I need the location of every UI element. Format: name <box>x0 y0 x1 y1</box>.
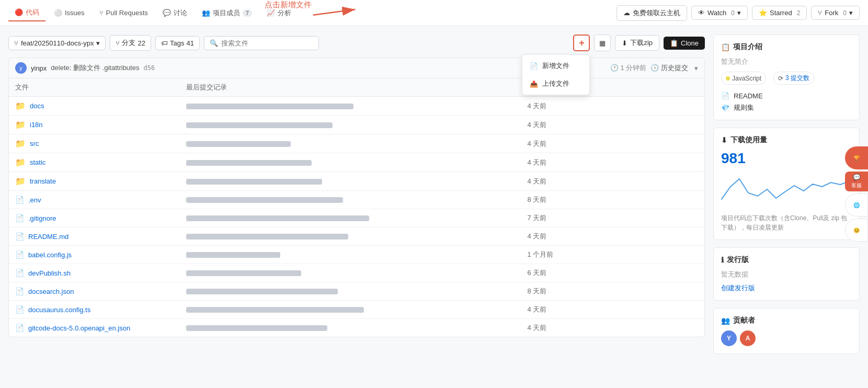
tab-discuss[interactable]: 💬 讨论 <box>156 5 193 21</box>
file-name-gitcode[interactable]: 📄 gitcode-docs-5.0.openapi_en.json <box>15 324 186 332</box>
file-icon: 📄 <box>15 232 24 241</box>
tab-analysis[interactable]: 📈 分析 <box>260 5 298 21</box>
update-time: 4 天前 <box>528 305 699 314</box>
fork-dropdown-icon: ▾ <box>849 9 853 17</box>
update-time: 4 天前 <box>528 177 699 186</box>
language-dot <box>726 76 730 81</box>
file-search-box[interactable]: 🔍 <box>204 36 319 50</box>
add-file-dropdown-container: + 📄 新增文件 📤 上传文件 <box>573 35 590 51</box>
download-chart <box>721 171 852 209</box>
eye-icon: 👁 <box>698 9 705 17</box>
readme-link[interactable]: 📄 README <box>721 92 852 100</box>
tags-count-btn[interactable]: 🏷 Tags 41 <box>155 36 200 50</box>
add-file-btn[interactable]: + <box>573 35 590 51</box>
download-btn[interactable]: ⬇ 下载zip <box>615 35 659 51</box>
upload-file-item[interactable]: 📤 上传文件 <box>522 75 589 93</box>
file-name-docusaurus[interactable]: 📄 docusaurus.config.ts <box>15 305 186 314</box>
commit-time: 🕐 1 分钟前 <box>610 63 646 73</box>
update-time: 4 天前 <box>528 139 699 149</box>
book-icon: 📋 <box>721 43 730 51</box>
history-icon: 🕓 <box>650 64 659 72</box>
file-name-docsearch[interactable]: 📄 docsearch.json <box>15 287 186 295</box>
file-name-gitignore[interactable]: 📄 .gitignore <box>15 214 186 222</box>
file-search-input[interactable] <box>221 39 313 47</box>
emoji-btn[interactable]: 😊 <box>845 219 868 242</box>
download-section-icon: ⬇ <box>721 136 727 144</box>
folder-icon: 📁 <box>15 157 26 167</box>
contributor-avatar-2[interactable]: A <box>740 330 756 346</box>
branch-dropdown-icon: ▾ <box>96 39 100 47</box>
file-icon: 📄 <box>15 196 24 204</box>
commit-bar: y yinpx delete: 删除文件 .gitattributes d56 … <box>8 58 705 78</box>
tab-code[interactable]: 🔴 代码 <box>8 5 45 21</box>
cloud-btn[interactable]: ☁ 免费领取云主机 <box>616 5 687 21</box>
file-name-i18n[interactable]: 📁 i18n <box>15 120 186 130</box>
tab-pullrequests[interactable]: ⑂ Pull Requests <box>93 6 154 20</box>
new-file-item[interactable]: 📄 新增文件 <box>522 57 589 75</box>
releases-icon: ℹ <box>721 256 724 264</box>
tab-issues[interactable]: ⚪ Issues <box>48 6 91 20</box>
commit-record <box>186 324 528 332</box>
clone-icon: 📋 <box>670 39 678 47</box>
main-container: ⑂ feat/20250110-docs-ypx ▾ ⑂ 分支 22 🏷 Tag… <box>0 26 868 370</box>
contributors-section: 👥 贡献者 Y A <box>713 308 860 354</box>
update-time: 4 天前 <box>528 158 699 167</box>
history-link[interactable]: 🕓 历史提交 <box>650 63 688 73</box>
branch-count-btn[interactable]: ⑂ 分支 22 <box>110 35 151 51</box>
watch-dropdown-icon: ▾ <box>737 9 741 17</box>
table-row: 📄 devPublish.sh 6 天前 <box>9 264 704 282</box>
file-table: 文件 最后提交记录 最后更新时间 📁 docs 4 天前 📁 i18n 4 <box>8 78 705 337</box>
folder-icon: 📁 <box>15 101 26 111</box>
commit-dropdown-arrow[interactable]: ▾ <box>694 64 698 72</box>
downloads-section: ⬇ 下载使用量 981 项目代码总下载次数（含Clone、Pull及 zip 包… <box>713 128 860 240</box>
table-row: 📁 src 4 天前 <box>9 134 704 153</box>
file-name-translate[interactable]: 📁 translate <box>15 176 186 186</box>
starred-btn[interactable]: ⭐ Starred 2 <box>752 6 807 20</box>
file-name-devpublish[interactable]: 📄 devPublish.sh <box>15 269 186 277</box>
commit-record <box>186 306 528 313</box>
file-name-readme[interactable]: 📄 README.md <box>15 232 186 241</box>
commit-record <box>186 196 528 203</box>
create-release-link[interactable]: 创建发行版 <box>721 284 755 292</box>
file-name-static[interactable]: 📁 static <box>15 157 186 167</box>
commit-record <box>186 102 528 110</box>
star-icon: ⭐ <box>759 9 767 17</box>
tag-icon: 🏷 <box>161 39 168 47</box>
top-navigation: 🔴 代码 ⚪ Issues ⑂ Pull Requests 💬 讨论 👥 项目成… <box>0 0 868 26</box>
update-time: 4 天前 <box>528 101 699 111</box>
download-count: 981 <box>721 150 852 167</box>
fork-btn[interactable]: ⑂ Fork 0 ▾ <box>811 6 860 20</box>
branch-selector[interactable]: ⑂ feat/20250110-docs-ypx ▾ <box>8 36 106 50</box>
table-row: 📄 README.md 4 天前 <box>9 227 704 246</box>
clone-btn[interactable]: 📋 Clone <box>664 37 705 50</box>
commit-record <box>186 288 528 295</box>
watch-btn[interactable]: 👁 Watch 0 ▾ <box>691 6 748 20</box>
rules-icon: 💎 <box>721 104 729 112</box>
trophy-icon: 🏆 <box>853 155 860 161</box>
fork-icon: ⑂ <box>818 9 822 17</box>
trophy-btn[interactable]: 🏆 <box>845 146 868 169</box>
commit-record <box>186 269 528 277</box>
file-name-env[interactable]: 📄 .env <box>15 196 186 204</box>
rules-link[interactable]: 💎 规则集 <box>721 103 852 112</box>
table-row: 📄 .gitignore 7 天前 <box>9 209 704 227</box>
view-toggle-btn[interactable]: ▦ <box>594 35 611 51</box>
folder-icon: 📁 <box>15 120 26 130</box>
file-name-src[interactable]: 📁 src <box>15 139 186 149</box>
globe-btn[interactable]: 🌐 <box>845 193 868 216</box>
update-time: 1 个月前 <box>528 250 699 259</box>
chat-btn[interactable]: 💬 客服 <box>845 172 868 191</box>
update-time: 8 天前 <box>528 195 699 204</box>
left-panel: ⑂ feat/20250110-docs-ypx ▾ ⑂ 分支 22 🏷 Tag… <box>8 35 705 361</box>
table-row: 📄 babel.config.js 1 个月前 <box>9 246 704 264</box>
contributors-title: 👥 贡献者 <box>721 316 852 325</box>
tab-members[interactable]: 👥 项目成员 7 <box>196 5 258 21</box>
file-name-babel[interactable]: 📄 babel.config.js <box>15 250 186 259</box>
file-name-docs[interactable]: 📁 docs <box>15 101 186 111</box>
toolbar: ⑂ feat/20250110-docs-ypx ▾ ⑂ 分支 22 🏷 Tag… <box>8 35 705 51</box>
contributor-avatar-1[interactable]: Y <box>721 330 737 346</box>
file-icon: 📄 <box>15 287 24 295</box>
file-icon: 📄 <box>15 250 24 259</box>
commit-hash: d56 <box>143 64 155 72</box>
commits-tag: ⟳ 3 提交数 <box>773 72 814 85</box>
